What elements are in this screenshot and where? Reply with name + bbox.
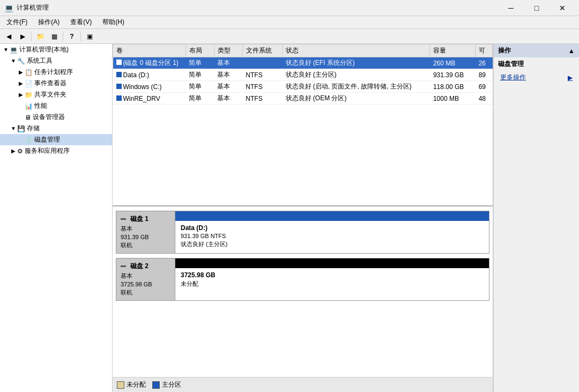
disk1-part-detail1: 931.39 GB NTFS	[181, 233, 484, 239]
disk1-info: Data (D:) 931.39 GB NTFS 状态良好 (主分区)	[175, 221, 489, 253]
disk-indicator-icon	[116, 84, 122, 89]
menu-action[interactable]: 操作(A)	[34, 17, 64, 28]
legend-bar: 未分配 主分区	[113, 377, 493, 392]
tree-item-disk-mgmt[interactable]: ▶ 💿 磁盘管理	[0, 134, 112, 145]
disk2-partitions: 3725.98 GB 未分配	[175, 258, 489, 300]
disk2-name: 磁盘 2	[130, 262, 149, 271]
table-row[interactable]: Windows (C:)简单基本NTFS状态良好 (启动, 页面文件, 故障转储…	[113, 81, 493, 93]
tree-item-shared-folders[interactable]: ▶ 📁 共享文件夹	[0, 89, 112, 100]
disk-table-area: 卷 布局 类型 文件系统 状态 容量 可 (磁盘 0 磁盘分区 1)简单基本状态…	[113, 44, 493, 205]
actions-more-item[interactable]: 更多操作 ▶	[494, 71, 579, 84]
disk2-size: 3725.98 GB	[121, 281, 170, 287]
table-row[interactable]: (磁盘 0 磁盘分区 1)简单基本状态良好 (EFI 系统分区)260 MB26	[113, 57, 493, 69]
disk2-bar	[175, 258, 489, 268]
table-row[interactable]: WinRE_DRV简单基本NTFS状态良好 (OEM 分区)1000 MB48	[113, 93, 493, 105]
disk-icon: 💿	[25, 136, 33, 144]
toolbar: ◀ ▶ 📁 ▦ ? ▣	[0, 29, 579, 44]
menu-file[interactable]: 文件(F)	[2, 17, 32, 28]
tree-item-event-viewer[interactable]: ▶ 📄 事件查看器	[0, 78, 112, 89]
toolbar-folder[interactable]: 📁	[34, 31, 47, 42]
toolbar-extra[interactable]: ▣	[83, 31, 96, 42]
actions-title-label: 操作	[498, 46, 511, 55]
tree-item-performance[interactable]: ▶ 📊 性能	[0, 100, 112, 112]
table-row[interactable]: Data (D:)简单基本NTFS状态良好 (主分区)931.39 GB89	[113, 69, 493, 81]
menu-help[interactable]: 帮助(H)	[98, 17, 129, 28]
disk2-part-name: 3725.98 GB	[181, 271, 484, 279]
disk1-label: 磁盘 1 基本 931.39 GB 联机	[116, 211, 175, 253]
disk-indicator-icon	[116, 60, 122, 65]
folder-icon: 📁	[25, 91, 33, 99]
legend-primary-label: 主分区	[162, 380, 181, 389]
tree-item-services[interactable]: ▶ ⚙ 服务和应用程序	[0, 145, 112, 157]
perf-icon: 📊	[25, 102, 33, 110]
event-icon: 📄	[25, 80, 33, 87]
col-status: 状态	[283, 45, 430, 57]
disk2-label: 磁盘 2 基本 3725.98 GB 联机	[116, 258, 175, 300]
legend-primary-box	[152, 381, 160, 389]
toolbar-forward[interactable]: ▶	[16, 31, 29, 42]
toolbar-back[interactable]: ◀	[2, 31, 15, 42]
disk-indicator-icon	[116, 95, 122, 101]
disk1-row: 磁盘 1 基本 931.39 GB 联机 Data (D:) 931.39 GB…	[116, 211, 489, 254]
actions-section-disk: 磁盘管理 更多操作 ▶	[494, 57, 579, 84]
disk-visual-area: 磁盘 1 基本 931.39 GB 联机 Data (D:) 931.39 GB…	[113, 205, 493, 377]
app-icon: 💻	[4, 4, 13, 12]
disk1-status: 联机	[121, 241, 170, 249]
maximize-button[interactable]: □	[524, 0, 549, 16]
disk1-part-name: Data (D:)	[181, 224, 484, 232]
tools-icon: 🔧	[17, 57, 25, 65]
col-available: 可	[476, 45, 493, 57]
menu-bar: 文件(F) 操作(A) 查看(V) 帮助(H)	[0, 16, 579, 29]
actions-disk-mgmt-label: 磁盘管理	[494, 57, 579, 71]
actions-more-arrow: ▶	[568, 74, 573, 82]
legend-unalloc-box	[117, 381, 124, 389]
legend-unalloc-label: 未分配	[127, 380, 146, 389]
disk1-size: 931.39 GB	[121, 234, 170, 240]
tree-item-storage[interactable]: ▼ 💾 存储	[0, 123, 112, 134]
disk1-part-detail2: 状态良好 (主分区)	[181, 240, 484, 248]
actions-panel: 操作 ▲ 磁盘管理 更多操作 ▶	[493, 44, 579, 392]
tree-item-task-scheduler[interactable]: ▶ 📋 任务计划程序	[0, 66, 112, 78]
task-icon: 📋	[25, 69, 33, 76]
col-volume: 卷	[113, 45, 186, 57]
actions-title[interactable]: 操作 ▲	[494, 44, 579, 57]
toolbar-help[interactable]: ?	[65, 31, 78, 42]
device-icon: 🖥	[25, 114, 31, 121]
left-panel: ▼ 💻 计算机管理(本地) ▼ 🔧 系统工具 ▶ 📋 任务计划程序 ▶ 📄 事件…	[0, 44, 113, 392]
col-filesystem: 文件系统	[242, 45, 282, 57]
disk1-name: 磁盘 1	[130, 215, 149, 224]
col-capacity: 容量	[430, 45, 476, 57]
close-button[interactable]: ✕	[550, 0, 575, 16]
disk2-type: 基本	[121, 272, 170, 280]
disk1-partitions: Data (D:) 931.39 GB NTFS 状态良好 (主分区)	[175, 211, 489, 253]
services-icon: ⚙	[17, 147, 23, 155]
menu-view[interactable]: 查看(V)	[66, 17, 96, 28]
app-title: 计算机管理	[17, 3, 49, 12]
disk-indicator-icon	[116, 72, 122, 77]
toolbar-grid[interactable]: ▦	[48, 31, 61, 42]
disk1-type: 基本	[121, 225, 170, 233]
disk2-info: 3725.98 GB 未分配	[175, 268, 489, 300]
tree-item-system-tools[interactable]: ▼ 🔧 系统工具	[0, 55, 112, 66]
storage-icon: 💾	[17, 125, 25, 132]
minimize-button[interactable]: ─	[499, 0, 523, 16]
disk1-bar	[175, 211, 489, 221]
disk2-part-detail1: 未分配	[181, 280, 484, 288]
computer-icon: 💻	[10, 46, 18, 54]
col-type: 类型	[214, 45, 242, 57]
disk2-status: 联机	[121, 289, 170, 297]
tree-item-computer-mgmt[interactable]: ▼ 💻 计算机管理(本地)	[0, 44, 112, 55]
actions-collapse-icon: ▲	[568, 47, 575, 55]
disk1-dash	[121, 218, 126, 220]
title-bar: 💻 计算机管理 ─ □ ✕	[0, 0, 579, 16]
disk2-row: 磁盘 2 基本 3725.98 GB 联机 3725.98 GB 未分配	[116, 258, 489, 301]
disk2-dash	[121, 265, 126, 267]
tree-item-device-mgr[interactable]: ▶ 🖥 设备管理器	[0, 112, 112, 123]
col-layout: 布局	[185, 45, 214, 57]
